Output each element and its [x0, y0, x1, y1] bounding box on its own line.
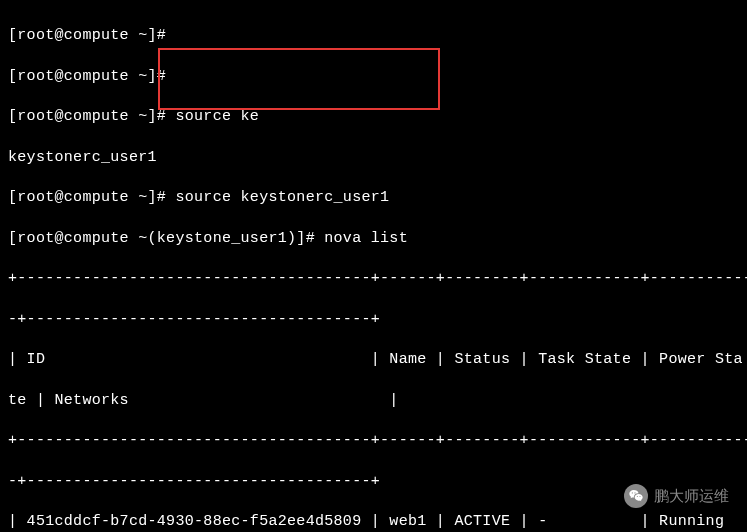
table-border: +--------------------------------------+… — [8, 431, 739, 451]
table-row: | 451cddcf-b7cd-4930-88ec-f5a2ee4d5809 |… — [8, 512, 739, 532]
prompt-line: [root@compute ~]# — [8, 26, 739, 46]
watermark-text: 鹏大师运维 — [654, 486, 729, 506]
wechat-icon — [624, 484, 648, 508]
command-line: [root@compute ~]# source keystonerc_user… — [8, 188, 739, 208]
table-header: te | Networks | — [8, 391, 739, 411]
table-border: -+-------------------------------------+ — [8, 310, 739, 330]
prompt-line: [root@compute ~]# — [8, 67, 739, 87]
command-line: [root@compute ~]# source ke — [8, 107, 739, 127]
watermark: 鹏大师运维 — [624, 484, 729, 508]
command-line: [root@compute ~(keystone_user1)]# nova l… — [8, 229, 739, 249]
table-header: | ID | Name | Status | Task State | Powe… — [8, 350, 739, 370]
terminal-output[interactable]: [root@compute ~]# [root@compute ~]# [roo… — [8, 6, 739, 532]
completion-line: keystonerc_user1 — [8, 148, 739, 168]
table-border: +--------------------------------------+… — [8, 269, 739, 289]
